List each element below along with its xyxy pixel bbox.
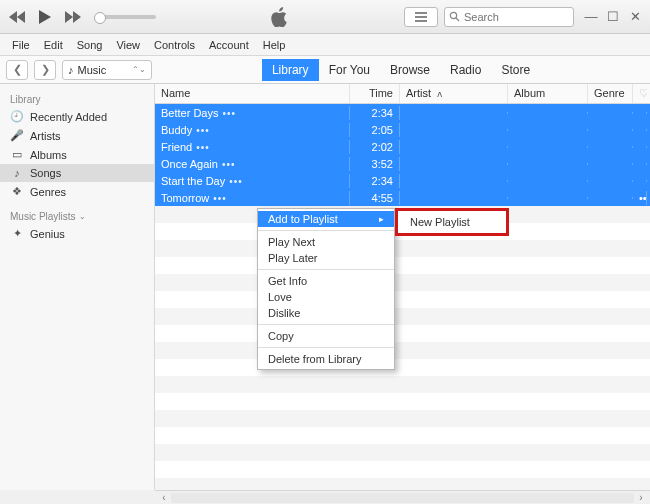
song-name: Start the Day bbox=[161, 175, 225, 187]
clock-icon: 🕘 bbox=[10, 110, 24, 123]
maximize-button[interactable]: ☐ bbox=[604, 8, 622, 26]
forward-button[interactable]: ❯ bbox=[34, 60, 56, 80]
table-row[interactable]: Tomorrow••• 4:55 ••• bbox=[155, 189, 650, 206]
sidebar-item-artists[interactable]: 🎤 Artists bbox=[0, 126, 154, 145]
note-icon: ♪ bbox=[10, 167, 24, 179]
next-button[interactable] bbox=[62, 7, 84, 27]
song-time: 3:52 bbox=[350, 157, 400, 171]
context-submenu: New Playlist bbox=[395, 208, 509, 236]
play-button[interactable] bbox=[34, 7, 56, 27]
table-row[interactable]: Friend••• 2:02 bbox=[155, 138, 650, 155]
search-field[interactable] bbox=[444, 7, 574, 27]
ctx-play-next[interactable]: Play Next bbox=[258, 234, 394, 250]
row-actions-icon[interactable]: ••• bbox=[196, 142, 210, 153]
ctx-add-to-playlist[interactable]: Add to Playlist ▸ bbox=[258, 211, 394, 227]
dropdown-caret-icon: ⌃⌄ bbox=[132, 65, 146, 74]
sidebar-item-songs[interactable]: ♪ Songs bbox=[0, 164, 154, 182]
sidebar-item-genres[interactable]: ❖ Genres bbox=[0, 182, 154, 201]
column-album[interactable]: Album bbox=[508, 84, 588, 103]
svg-point-0 bbox=[450, 12, 456, 18]
scroll-track[interactable] bbox=[171, 493, 634, 503]
media-type-label: Music bbox=[78, 64, 107, 76]
column-time[interactable]: Time bbox=[350, 84, 400, 103]
context-menu: Add to Playlist ▸ Play Next Play Later G… bbox=[257, 208, 395, 370]
column-name[interactable]: Name bbox=[155, 84, 350, 103]
menu-help[interactable]: Help bbox=[257, 37, 292, 53]
window-titlebar: — ☐ ✕ bbox=[0, 0, 650, 34]
song-time: 4:55 bbox=[350, 191, 400, 205]
sidebar-item-label: Albums bbox=[30, 149, 67, 161]
tab-library[interactable]: Library bbox=[262, 59, 319, 81]
table-row[interactable]: Once Again••• 3:52 bbox=[155, 155, 650, 172]
ctx-label: Delete from Library bbox=[268, 353, 362, 365]
column-genre[interactable]: Genre bbox=[588, 84, 633, 103]
music-icon: ♪ bbox=[68, 64, 74, 76]
empty-rows bbox=[155, 206, 650, 490]
scroll-right-icon[interactable]: › bbox=[634, 492, 648, 503]
table-header: Name Time Artist ʌ Album Genre ♡ bbox=[155, 84, 650, 104]
horizontal-scrollbar[interactable]: ‹ › bbox=[155, 490, 650, 504]
sidebar-header-library: Library bbox=[0, 90, 154, 107]
ctx-love[interactable]: Love bbox=[258, 289, 394, 305]
ctx-separator bbox=[258, 269, 394, 270]
ctx-label: New Playlist bbox=[410, 216, 470, 228]
song-time: 2:02 bbox=[350, 140, 400, 154]
column-love[interactable]: ♡ bbox=[633, 84, 647, 103]
ctx-separator bbox=[258, 324, 394, 325]
sidebar-item-recently-added[interactable]: 🕘 Recently Added bbox=[0, 107, 154, 126]
media-type-select[interactable]: ♪ Music ⌃⌄ bbox=[62, 60, 152, 80]
search-icon bbox=[449, 11, 460, 22]
menu-controls[interactable]: Controls bbox=[148, 37, 201, 53]
row-actions-icon[interactable]: ••• bbox=[213, 193, 227, 204]
row-actions-icon[interactable]: ••• bbox=[229, 176, 243, 187]
section-tabs: Library For You Browse Radio Store bbox=[158, 59, 644, 81]
row-actions-icon[interactable]: ••• bbox=[222, 108, 236, 119]
ctx-label: Play Later bbox=[268, 252, 318, 264]
sidebar-item-label: Genius bbox=[30, 228, 65, 240]
table-row[interactable]: Buddy••• 2:05 bbox=[155, 121, 650, 138]
sidebar-item-label: Artists bbox=[30, 130, 61, 142]
chevron-right-icon: ▸ bbox=[379, 214, 384, 224]
view-mode-button[interactable] bbox=[404, 7, 438, 27]
ctx-new-playlist[interactable]: New Playlist bbox=[398, 214, 506, 230]
song-time: 2:34 bbox=[350, 106, 400, 120]
ctx-separator bbox=[258, 230, 394, 231]
ctx-play-later[interactable]: Play Later bbox=[258, 250, 394, 266]
genius-icon: ✦ bbox=[10, 227, 24, 240]
menu-account[interactable]: Account bbox=[203, 37, 255, 53]
row-actions-icon[interactable]: ••• bbox=[222, 159, 236, 170]
toolbar: ❮ ❯ ♪ Music ⌃⌄ Library For You Browse Ra… bbox=[0, 56, 650, 84]
minimize-button[interactable]: — bbox=[582, 8, 600, 26]
tab-browse[interactable]: Browse bbox=[380, 59, 440, 81]
tab-for-you[interactable]: For You bbox=[319, 59, 380, 81]
sidebar-item-genius[interactable]: ✦ Genius bbox=[0, 224, 154, 243]
ctx-dislike[interactable]: Dislike bbox=[258, 305, 394, 321]
ctx-label: Copy bbox=[268, 330, 294, 342]
close-button[interactable]: ✕ bbox=[626, 8, 644, 26]
sidebar: Library 🕘 Recently Added 🎤 Artists ▭ Alb… bbox=[0, 84, 155, 490]
playback-controls bbox=[6, 7, 156, 27]
ctx-copy[interactable]: Copy bbox=[258, 328, 394, 344]
song-name: Better Days bbox=[161, 107, 218, 119]
menu-edit[interactable]: Edit bbox=[38, 37, 69, 53]
sidebar-header-playlists[interactable]: Music Playlists ⌄ bbox=[0, 207, 154, 224]
sidebar-item-albums[interactable]: ▭ Albums bbox=[0, 145, 154, 164]
menu-song[interactable]: Song bbox=[71, 37, 109, 53]
ctx-get-info[interactable]: Get Info bbox=[258, 273, 394, 289]
search-input[interactable] bbox=[464, 11, 569, 23]
scroll-left-icon[interactable]: ‹ bbox=[157, 492, 171, 503]
column-artist[interactable]: Artist ʌ bbox=[400, 84, 508, 103]
menu-file[interactable]: File bbox=[6, 37, 36, 53]
volume-slider[interactable] bbox=[96, 15, 156, 19]
row-actions-icon[interactable]: ••• bbox=[196, 125, 210, 136]
ctx-delete-from-library[interactable]: Delete from Library bbox=[258, 351, 394, 367]
menu-view[interactable]: View bbox=[110, 37, 146, 53]
table-row[interactable]: Start the Day••• 2:34 bbox=[155, 172, 650, 189]
table-row[interactable]: Better Days••• 2:34 bbox=[155, 104, 650, 121]
prev-button[interactable] bbox=[6, 7, 28, 27]
back-button[interactable]: ❮ bbox=[6, 60, 28, 80]
tab-store[interactable]: Store bbox=[491, 59, 540, 81]
sort-asc-icon: ʌ bbox=[437, 89, 442, 99]
tab-radio[interactable]: Radio bbox=[440, 59, 491, 81]
song-time: 2:34 bbox=[350, 174, 400, 188]
